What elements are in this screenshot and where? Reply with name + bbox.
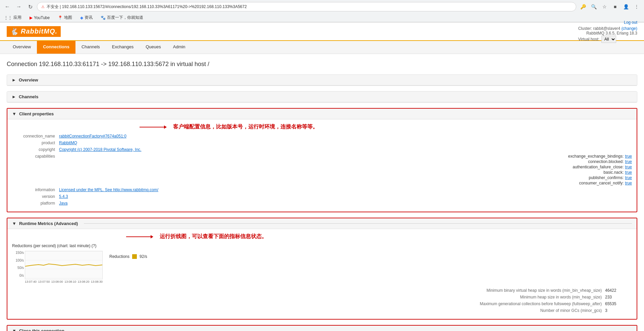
prop-key-capabilities: capabilities <box>12 154 59 185</box>
prop-key-platform: platform <box>12 201 59 206</box>
cap-name-5: consumer_cancel_notify: <box>579 181 624 185</box>
bookmark-youtube-label: YouTube <box>34 15 50 20</box>
cap-row-4: publisher_confirms: true <box>59 175 632 180</box>
prop-key-information: information <box>12 187 59 192</box>
x-label-3: 13:08:10 <box>64 280 76 283</box>
logout-link[interactable]: Log out <box>578 20 637 25</box>
section-channels-header[interactable]: ► Channels <box>7 92 637 102</box>
stat-row-2: Maximum generational collections before … <box>12 301 632 306</box>
prop-copyright: copyright Copyright (c) 2007-2018 Pivota… <box>12 147 632 152</box>
logo-text: RabbitMQ. <box>21 27 57 35</box>
cap-val-3[interactable]: true <box>625 170 632 175</box>
chart-legend: Reductions 92/s <box>109 251 147 259</box>
bookmark-maps-label: 地图 <box>64 15 72 20</box>
cluster-change-link[interactable]: (change) <box>622 26 637 31</box>
star-icon[interactable]: ☆ <box>600 2 609 11</box>
tab-overview[interactable]: Overview <box>7 41 37 54</box>
reductions-label: Reductions (per second) (chart: last min… <box>12 243 632 248</box>
tab-exchanges[interactable]: Exchanges <box>106 41 140 54</box>
rabbitmq-logo: 🐇 RabbitMQ. <box>7 26 61 37</box>
stat-row-1: Minimum heap size in words (min_heap_siz… <box>12 295 632 299</box>
zoom-icon[interactable]: 🔍 <box>589 2 598 11</box>
cap-row-5: consumer_cancel_notify: true <box>59 181 632 185</box>
chart-svg-wrapper <box>25 251 103 279</box>
prop-value-copyright: Copyright (c) 2007-2018 Pivotal Software… <box>59 147 632 152</box>
chevron-down-close-icon: ▼ <box>12 328 16 331</box>
vhost-select[interactable]: All <box>601 36 616 43</box>
tab-connections[interactable]: Connections <box>37 41 75 54</box>
key-icon[interactable]: 🔑 <box>578 2 588 11</box>
prop-key-version: version <box>12 194 59 199</box>
prop-value-connection-name: rabbitConnectionFactory#7674a051:0 <box>59 134 632 139</box>
platform-link[interactable]: Java <box>59 201 67 206</box>
chart-y-labels: 150/s 100/s 50/s 0/s <box>12 251 24 277</box>
product-link[interactable]: RabbitMQ <box>59 141 77 145</box>
bookmark-youtube[interactable]: ▶ YouTube <box>28 15 51 21</box>
version-link[interactable]: 5.4.3 <box>59 194 68 199</box>
cap-row-1: connection.blocked: true <box>59 159 632 164</box>
prop-value-version: 5.4.3 <box>59 194 632 199</box>
app-container: 🐇 RabbitMQ. Log out Cluster: rabbit@slav… <box>0 22 644 331</box>
lock-icon: ⚠ <box>41 5 45 9</box>
avatar-icon[interactable]: 👤 <box>621 2 631 11</box>
prop-connection-name: connection_name rabbitConnectionFactory#… <box>12 134 632 139</box>
copyright-link[interactable]: Copyright (c) 2007-2018 Pivotal Software… <box>59 147 141 152</box>
x-label-2: 13:08:00 <box>51 280 63 283</box>
client-properties-annotation-text: 客户端配置信息，比如版本号，运行时环境，连接名称等等。 <box>166 123 318 130</box>
section-close-connection-header[interactable]: ▼ Close this connection <box>7 326 637 331</box>
cluster-info: Cluster: rabbit@slaver4 (change) <box>578 26 637 31</box>
header-right: Log out Cluster: rabbit@slaver4 (change)… <box>578 20 637 43</box>
bookmark-baidu[interactable]: 🐾 百度一下，你就知道 <box>99 14 145 21</box>
x-label-0: 13:07:40 <box>25 280 37 283</box>
prop-value-product: RabbitMQ <box>59 141 632 145</box>
vhost-label: Virtual host: <box>578 37 599 42</box>
extension-icon[interactable]: ■ <box>610 2 620 11</box>
client-properties-annotation-row: 客户端配置信息，比如版本号，运行时环境，连接名称等等。 <box>12 123 632 130</box>
back-button[interactable]: ← <box>3 2 12 11</box>
tab-channels[interactable]: Channels <box>75 41 106 54</box>
stat-key-2: Maximum generational collections before … <box>12 301 605 306</box>
cap-name-0: exchange_exchange_bindings: <box>568 154 624 159</box>
section-overview-header[interactable]: ► Overview <box>7 75 637 86</box>
y-label-2: 100/s <box>12 259 24 262</box>
page-title: Connection 192.168.110.33:61171 -> 192.1… <box>7 61 637 68</box>
maps-icon: 📍 <box>58 15 63 20</box>
reload-button[interactable]: ↻ <box>25 2 35 11</box>
section-client-properties-header[interactable]: ▼ Client properties <box>7 109 637 119</box>
prop-key-product: product <box>12 141 59 145</box>
forward-button[interactable]: → <box>14 2 23 11</box>
cap-val-0[interactable]: true <box>625 154 632 159</box>
bookmark-maps[interactable]: 📍 地图 <box>56 14 73 21</box>
cap-val-1[interactable]: true <box>625 159 632 164</box>
cap-val-5[interactable]: true <box>625 181 632 185</box>
menu-icon[interactable]: ⋮ <box>632 2 641 11</box>
bookmark-news[interactable]: ◆ 资讯 <box>79 14 94 21</box>
logo-box: 🐇 RabbitMQ. <box>7 26 61 37</box>
stat-key-1: Minimum heap size in words (min_heap_siz… <box>12 295 605 299</box>
y-label-0: 0/s <box>12 274 24 277</box>
chevron-right-icon: ► <box>12 77 16 82</box>
cap-val-2[interactable]: true <box>625 165 632 169</box>
chart-container: 150/s 100/s 50/s 0/s <box>12 251 632 283</box>
youtube-icon: ▶ <box>30 15 33 20</box>
cap-val-4[interactable]: true <box>625 175 632 180</box>
tab-queues[interactable]: Queues <box>140 41 167 54</box>
legend-value: 92/s <box>140 254 147 259</box>
information-link[interactable]: Licensed under the MPL. See http://www.r… <box>59 187 158 192</box>
section-runtime-metrics-header[interactable]: ▼ Runtime Metrics (Advanced) <box>7 218 637 229</box>
connection-name-link[interactable]: rabbitConnectionFactory#7674a051:0 <box>59 134 126 139</box>
legend-color-box <box>132 254 137 259</box>
x-label-1: 13:07:50 <box>38 280 50 283</box>
app-header: 🐇 RabbitMQ. Log out Cluster: rabbit@slav… <box>0 22 644 41</box>
tab-admin[interactable]: Admin <box>167 41 192 54</box>
section-runtime-metrics: ▼ Runtime Metrics (Advanced) 运行折线图，可以查看下… <box>7 218 637 320</box>
chevron-down-client-icon: ▼ <box>12 111 16 116</box>
stat-value-0: 46422 <box>605 288 632 293</box>
browser-toolbar: ← → ↻ ⚠ 不安全 | 192.168.110.133:15672/#/co… <box>0 0 644 13</box>
metrics-annotation-row: 运行折线图，可以查看下面的指标信息状态。 <box>12 233 632 240</box>
cap-row-2: authentication_failure_close: true <box>59 165 632 169</box>
prop-value-platform: Java <box>59 201 632 206</box>
address-bar[interactable]: ⚠ 不安全 | 192.168.110.133:15672/#/connecti… <box>37 2 576 11</box>
bookmark-apps[interactable]: ⋮⋮ 应用 <box>3 14 23 21</box>
cap-row-3: basic.nack: true <box>59 170 632 175</box>
